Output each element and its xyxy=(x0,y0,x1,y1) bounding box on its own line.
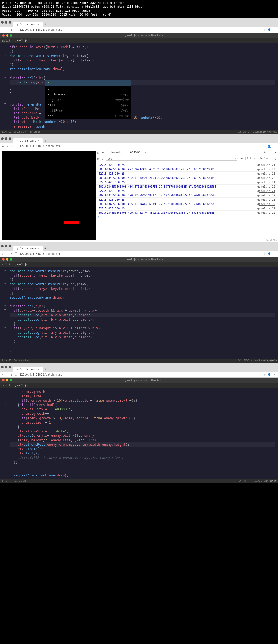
url-text-4[interactable]: 127.0.0.1:51818/catch.html xyxy=(20,373,262,376)
tl-close[interactable] xyxy=(1,21,4,24)
console-prompt[interactable]: > xyxy=(96,215,278,219)
menu-icon[interactable]: ⋮ xyxy=(273,28,276,31)
reload-icon[interactable]: ↻ xyxy=(11,145,12,148)
profile-icon[interactable]: 👤 xyxy=(268,28,271,31)
source-link[interactable]: game1.js:21 xyxy=(257,207,275,210)
close-tab-icon[interactable]: × xyxy=(38,247,39,250)
tl-red[interactable] xyxy=(2,258,5,261)
menu-icon[interactable]: ⋮ xyxy=(273,145,276,148)
star-icon[interactable]: ☆ xyxy=(264,145,266,148)
tl-min[interactable] xyxy=(5,137,7,140)
eye-icon[interactable]: 👁 xyxy=(240,157,243,160)
menu-icon[interactable]: ⋮ xyxy=(273,252,276,255)
tl-close[interactable] xyxy=(1,366,4,368)
split-label[interactable]: split xyxy=(2,384,10,387)
context-dropdown[interactable]: top ▾ xyxy=(106,157,237,161)
new-tab-button-2[interactable]: + xyxy=(43,138,48,143)
tl-max[interactable] xyxy=(9,245,11,247)
star-icon[interactable]: ☆ xyxy=(264,28,266,31)
autocomplete-popup[interactable]: a b addImagesfn() angularangular ballbal… xyxy=(45,80,131,119)
code-editor-3[interactable]: ▼document.addEventListener('keydown',(e)… xyxy=(0,267,278,359)
ac-item-ballReset[interactable]: ballResetfn() xyxy=(45,108,131,113)
device-icon[interactable]: ▭ xyxy=(102,151,104,154)
elements-tab[interactable]: Elements xyxy=(107,150,124,155)
browser-tab-4[interactable]: ◎ Catch Game × xyxy=(13,367,43,372)
more-tabs-icon[interactable]: » xyxy=(145,151,146,154)
close-devtools-icon[interactable]: × xyxy=(275,151,276,154)
sidebar-toggle-icon[interactable]: ▤ xyxy=(97,157,99,160)
profile-icon[interactable]: 👤 xyxy=(268,373,271,376)
tl-green[interactable] xyxy=(10,258,12,261)
ac-item-angular[interactable]: angularangular xyxy=(45,97,131,103)
console-tab[interactable]: Console xyxy=(127,150,141,155)
console-settings-icon[interactable]: ⚙ xyxy=(275,157,276,160)
close-tab-icon[interactable]: × xyxy=(38,139,39,142)
source-link[interactable]: game1.js:21 xyxy=(257,181,275,184)
url-text-2[interactable]: 127.0.0.1:51818/catch.html xyxy=(20,145,262,148)
code-editor-1[interactable]: if(e.code in keyz){keyz[e.code] = true;}… xyxy=(0,43,278,130)
file-tab-3[interactable]: game1.js xyxy=(15,263,28,266)
filter-input[interactable] xyxy=(245,157,256,160)
tl-yellow[interactable] xyxy=(6,34,8,37)
back-icon[interactable]: ← xyxy=(2,373,4,376)
tl-max[interactable] xyxy=(9,137,11,140)
tl-red[interactable] xyxy=(2,34,5,37)
inspect-icon[interactable]: ⬚ xyxy=(97,151,99,154)
console-output[interactable]: 527.5 425 100 25game1.js:21509.613465056… xyxy=(96,162,278,242)
source-link[interactable]: game1.js:22 xyxy=(257,185,275,188)
split-label[interactable]: split xyxy=(2,263,10,266)
browser-tab-2[interactable]: ◎ Catch Game × xyxy=(13,138,43,143)
code-editor-4[interactable]: enemy.growth++; enemy.size += 1; if(enem… xyxy=(0,388,278,479)
ac-item-btn[interactable]: btnElement xyxy=(45,113,131,119)
info-icon[interactable]: ⓘ xyxy=(15,373,17,376)
tl-close[interactable] xyxy=(1,245,4,247)
info-icon[interactable]: ⓘ xyxy=(15,252,17,256)
back-icon[interactable]: ← xyxy=(2,252,4,255)
split-label[interactable]: split xyxy=(2,39,10,42)
new-tab-button-4[interactable]: + xyxy=(43,367,48,372)
menu-icon[interactable]: ⋮ xyxy=(273,373,276,376)
forward-icon[interactable]: → xyxy=(7,373,8,376)
source-link[interactable]: game1.js:22 xyxy=(257,168,275,171)
info-icon[interactable]: ⓘ xyxy=(15,28,17,32)
tl-close[interactable] xyxy=(1,137,4,140)
star-icon[interactable]: ☆ xyxy=(264,373,266,376)
source-link[interactable]: game1.js:21 xyxy=(257,172,275,175)
new-tab-button[interactable]: + xyxy=(43,22,48,27)
tl-yellow[interactable] xyxy=(6,258,8,261)
source-link[interactable]: game1.js:21 xyxy=(257,198,275,201)
close-tab-icon[interactable]: × xyxy=(38,23,39,26)
forward-icon[interactable]: → xyxy=(7,145,8,148)
back-icon[interactable]: ← xyxy=(2,145,4,148)
forward-icon[interactable]: → xyxy=(7,28,8,31)
ac-item-a[interactable]: a xyxy=(45,81,131,86)
source-link[interactable]: game1.js:22 xyxy=(257,194,275,197)
tl-red[interactable] xyxy=(2,379,5,381)
source-link[interactable]: game1.js:22 xyxy=(257,203,275,206)
forward-icon[interactable]: → xyxy=(7,252,8,255)
source-link[interactable]: game1.js:22 xyxy=(257,211,275,214)
tl-min[interactable] xyxy=(5,245,7,247)
tl-max[interactable] xyxy=(9,366,11,368)
new-tab-button-3[interactable]: + xyxy=(43,246,48,251)
game-canvas[interactable] xyxy=(2,151,96,240)
close-tab-icon[interactable]: × xyxy=(38,368,39,371)
star-icon[interactable]: ☆ xyxy=(264,252,266,255)
url-text-3[interactable]: 127.0.0.1:51818/catch.html xyxy=(20,252,262,255)
file-tab[interactable]: game1.js xyxy=(15,39,28,42)
browser-tab[interactable]: ◎ Catch Game × xyxy=(13,22,43,27)
tl-yellow[interactable] xyxy=(6,379,8,381)
reload-icon[interactable]: ↻ xyxy=(11,252,12,255)
source-link[interactable]: game1.js:21 xyxy=(257,163,275,166)
tl-max[interactable] xyxy=(9,21,11,24)
source-link[interactable]: game1.js:22 xyxy=(257,177,275,179)
ac-item-ball[interactable]: ballball xyxy=(45,103,131,108)
dock-menu-icon[interactable]: ⋮ xyxy=(269,151,271,154)
tl-min[interactable] xyxy=(5,366,7,368)
browser-tab-3[interactable]: ◎ Catch Game × xyxy=(13,246,43,251)
reload-icon[interactable]: ↻ xyxy=(11,373,12,376)
profile-icon[interactable]: 👤 xyxy=(268,145,271,148)
ac-item-addImages[interactable]: addImagesfn() xyxy=(45,92,131,97)
reload-icon[interactable]: ↻ xyxy=(11,28,12,31)
file-tab-4[interactable]: game1.js xyxy=(15,384,28,387)
